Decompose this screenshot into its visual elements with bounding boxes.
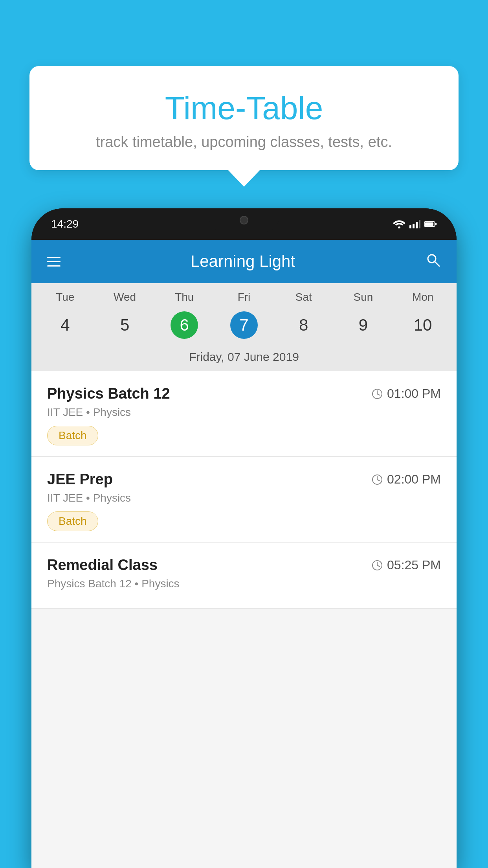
camera (240, 216, 248, 224)
schedule-item-1[interactable]: JEE Prep02:00 PMIIT JEE • PhysicsBatch (31, 457, 457, 542)
signal-icon (409, 220, 420, 228)
schedule-time-2: 05:25 PM (371, 558, 441, 572)
clock-icon (371, 388, 383, 400)
svg-rect-2 (413, 224, 415, 228)
day-header-mon: Mon (393, 291, 453, 303)
status-time: 14:29 (51, 218, 79, 230)
phone-screen: Learning Light TueWedThuFriSatSunMon 456… (31, 240, 457, 868)
clock-icon (371, 559, 383, 571)
svg-point-0 (398, 226, 400, 228)
day-header-fri: Fri (214, 291, 274, 303)
schedule-title-1: JEE Prep (47, 471, 113, 488)
schedule-title-0: Physics Batch 12 (47, 385, 170, 402)
svg-rect-7 (425, 223, 433, 226)
day-number-6[interactable]: 6 (171, 311, 198, 339)
tooltip-subtitle: track timetable, upcoming classes, tests… (57, 134, 431, 151)
battery-icon (424, 221, 437, 228)
svg-line-9 (435, 261, 439, 266)
day-headers: TueWedThuFriSatSunMon (31, 283, 457, 307)
svg-rect-3 (416, 222, 418, 228)
day-number-10[interactable]: 10 (393, 311, 453, 339)
batch-badge-1: Batch (47, 511, 98, 531)
day-header-sun: Sun (334, 291, 393, 303)
svg-rect-6 (435, 223, 437, 225)
day-number-5[interactable]: 5 (95, 311, 155, 339)
day-number-7[interactable]: 7 (230, 311, 258, 339)
schedule-subtitle-2: Physics Batch 12 • Physics (47, 577, 441, 590)
day-number-4[interactable]: 4 (35, 311, 95, 339)
schedule-subtitle-0: IIT JEE • Physics (47, 406, 441, 419)
batch-badge-0: Batch (47, 426, 98, 445)
svg-line-18 (377, 565, 380, 566)
day-number-9[interactable]: 9 (334, 311, 393, 339)
day-number-8[interactable]: 8 (274, 311, 334, 339)
tooltip-card: Time-Table track timetable, upcoming cla… (29, 66, 459, 170)
schedule-time-1: 02:00 PM (371, 472, 441, 487)
day-header-tue: Tue (35, 291, 95, 303)
schedule-time-0: 01:00 PM (371, 386, 441, 401)
search-button[interactable] (425, 252, 441, 271)
day-header-wed: Wed (95, 291, 155, 303)
wifi-icon (393, 220, 405, 228)
status-icons (393, 220, 437, 228)
schedule-list: Physics Batch 1201:00 PMIIT JEE • Physic… (31, 371, 457, 609)
day-header-thu: Thu (154, 291, 214, 303)
selected-date-label: Friday, 07 June 2019 (31, 345, 457, 371)
day-header-sat: Sat (274, 291, 334, 303)
phone-notch (209, 208, 279, 232)
menu-button[interactable] (47, 257, 61, 267)
phone-top-bar: 14:29 (31, 208, 457, 240)
calendar-section: TueWedThuFriSatSunMon 45678910 Friday, 0… (31, 283, 457, 371)
schedule-item-0[interactable]: Physics Batch 1201:00 PMIIT JEE • Physic… (31, 371, 457, 457)
schedule-title-2: Remedial Class (47, 557, 158, 574)
svg-line-12 (377, 394, 380, 395)
clock-icon (371, 474, 383, 485)
app-bar: Learning Light (31, 240, 457, 283)
app-title: Learning Light (72, 252, 413, 271)
schedule-item-2[interactable]: Remedial Class05:25 PMPhysics Batch 12 •… (31, 542, 457, 609)
svg-rect-4 (419, 220, 420, 228)
svg-rect-1 (409, 225, 411, 228)
schedule-subtitle-1: IIT JEE • Physics (47, 492, 441, 504)
tooltip-title: Time-Table (57, 90, 431, 127)
svg-line-15 (377, 480, 380, 481)
phone-frame: 14:29 (31, 208, 457, 868)
day-numbers: 45678910 (31, 307, 457, 345)
